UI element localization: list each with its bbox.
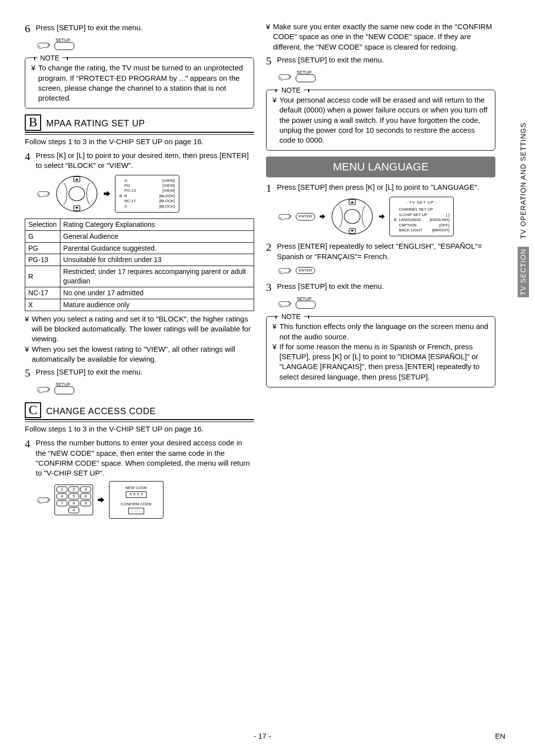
note-title: NOTE [278, 86, 304, 95]
step-number: 4 [25, 151, 36, 171]
section-b-header: B MPAA RATING SET UP [25, 114, 254, 133]
enter-button: ENTER [296, 267, 315, 274]
setup-button-outline [54, 386, 74, 394]
table-row: PGParental Guidance suggested. [25, 242, 254, 254]
table-row: GGeneral Audience [25, 230, 254, 242]
table-row: RRestricted; under 17 requires accompany… [25, 266, 254, 287]
table-row: PG-13Unsuitable for children under 13 [25, 254, 254, 266]
table-row: NC-17No one under 17 admitted [25, 287, 254, 299]
bullet-icon: ¥ [272, 95, 279, 145]
section-c-header: C CHANGE ACCESS CODE [25, 402, 254, 421]
note-title: NOTE [37, 54, 62, 63]
section-title: CHANGE ACCESS CODE [46, 405, 156, 417]
step-number: 1 [266, 182, 277, 194]
illustration-dpad-screen: G[VIEW]PG[VIEW]PG-13[VIEW]BR[BLOCK]NC-17… [37, 174, 254, 214]
illustration-hand-setup: SETUP [278, 69, 495, 85]
step-number: 5 [25, 367, 36, 378]
step-text: Press [SETUP] to exit the menu. [277, 281, 495, 293]
right-column: ¥ Make sure you enter exactly the same n… [266, 20, 510, 524]
section-letter: C [25, 402, 41, 419]
step-text: Press [SETUP] to exit the menu. [36, 23, 254, 34]
note-box: NOTE ¥ To change the rating, the TV must… [25, 57, 254, 108]
enter-button: ENTER [296, 213, 315, 220]
section-c-intro: Follow steps 1 to 3 in the V-CHIP SET UP… [25, 424, 254, 434]
note-text: This function effects only the language … [279, 322, 489, 342]
bullet-icon: ¥ [25, 314, 32, 344]
table-header-selection: Selection [25, 218, 60, 230]
note-text: Your personal access code will be erased… [279, 95, 489, 145]
rating-table: Selection Rating Category Explanations G… [25, 218, 254, 311]
bullet-text: Make sure you enter exactly the same new… [273, 22, 495, 52]
illustration-hand-setup: SETUP [278, 296, 495, 311]
screen-tv-setup: - TV SET UP -CHANNEL SET UPV-CHIP SET UP… [389, 197, 454, 236]
step-number: 5 [266, 55, 277, 66]
bullet-icon: ¥ [31, 63, 38, 103]
step-text: Press [SETUP] to exit the menu. [277, 55, 495, 66]
menu-language-banner: MENU LANGUAGE [266, 157, 495, 177]
step-text: Press [K] or [L] to point to your desire… [36, 151, 254, 171]
step-text: Press [SETUP] then press [K] or [L] to p… [277, 182, 495, 194]
side-tab-subsection: TV OPERATION AND SETTINGS [519, 122, 528, 239]
section-title: MPAA RATING SET UP [46, 117, 145, 129]
note-box: NOTE ¥ Your personal access code will be… [266, 90, 495, 151]
step-number: 6 [25, 23, 36, 34]
illustration-hand-enter: ENTER [278, 265, 495, 276]
bullet-text: When you select a rating and set it to "… [32, 314, 254, 344]
side-tab-label: TV SECTION TV OPERATION AND SETTINGS [518, 89, 529, 297]
page-lang: EN [495, 731, 505, 741]
section-letter: B [25, 114, 41, 131]
note-text: If for some reason the menu is in Spanis… [279, 342, 489, 382]
bullet-icon: ¥ [272, 322, 279, 342]
table-header-explanations: Rating Category Explanations [60, 218, 254, 230]
side-tab-section: TV SECTION [518, 247, 529, 297]
step-text: Press [SETUP] to exit the menu. [36, 367, 254, 378]
left-column: 6 Press [SETUP] to exit the menu. SETUP … [25, 20, 254, 524]
note-title: NOTE [278, 312, 304, 322]
step-number: 2 [266, 241, 277, 262]
bullet-text: When you set the lowest rating to "VIEW"… [32, 344, 254, 365]
setup-button-outline [296, 74, 316, 82]
note-box: NOTE ¥ This function effects only the la… [266, 316, 495, 387]
confirm-code-label: CONFIRM CODE [114, 502, 158, 507]
illustration-hand-setup: SETUP [37, 37, 254, 53]
step-text: Press [ENTER] repeatedly to select "ENGL… [277, 241, 495, 262]
confirm-code-value: - - - - [128, 508, 144, 514]
bullet-icon: ¥ [272, 342, 279, 382]
note-text: To change the rating, the TV must be tur… [38, 63, 248, 103]
setup-button-outline [296, 301, 316, 309]
section-b-intro: Follow steps 1 to 3 in the V-CHIP SET UP… [25, 137, 254, 147]
screen-mpaa: G[VIEW]PG[VIEW]PG-13[VIEW]BR[BLOCK]NC-17… [115, 175, 179, 213]
bullet-icon: ¥ [266, 22, 273, 52]
code-entry-screen: NEW CODE X X X X CONFIRM CODE - - - - [109, 481, 163, 518]
page-number: - 17 - [254, 731, 271, 741]
illustration-keypad-codes: 1234567890 NEW CODE X X X X CONFIRM CODE… [37, 481, 254, 518]
new-code-label: NEW CODE [114, 486, 158, 491]
step-text: Press the number buttons to enter your d… [36, 438, 254, 478]
setup-button-outline [54, 42, 74, 50]
illustration-hand-setup: SETUP [37, 381, 254, 397]
new-code-value: X X X X [126, 491, 147, 498]
keypad: 1234567890 [54, 485, 93, 515]
bullet-icon: ¥ [25, 344, 32, 365]
page-footer: - 17 - EN [0, 731, 535, 741]
step-number: 3 [266, 281, 277, 293]
step-number: 4 [25, 438, 36, 478]
illustration-enter-dpad-screen: ENTER - TV SET UP -CHANNEL SET UPV-CHIP … [278, 197, 495, 236]
table-row: XMature audience only [25, 299, 254, 311]
